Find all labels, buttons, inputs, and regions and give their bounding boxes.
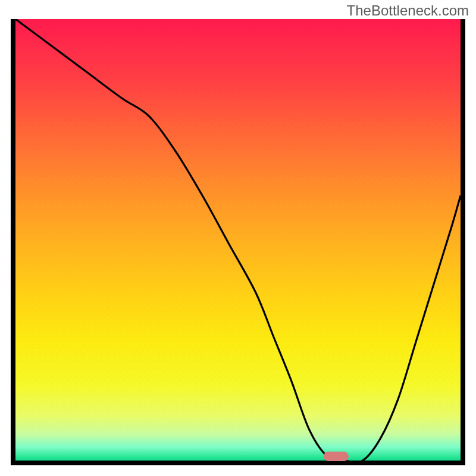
chart-container: TheBottleneck.com (0, 0, 476, 476)
watermark-text: TheBottleneck.com (347, 2, 469, 19)
gradient-background (15, 19, 461, 461)
plot-frame (11, 19, 465, 465)
optimal-marker (324, 452, 349, 461)
